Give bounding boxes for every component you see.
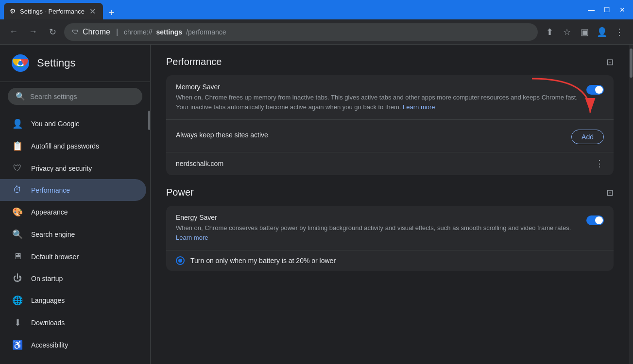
sidebar-item-privacy[interactable]: 🛡 Privacy and security: [0, 157, 146, 179]
share-button[interactable]: ⬆: [542, 24, 557, 40]
on-startup-icon: ⏻: [12, 273, 23, 283]
nav-label-languages: Languages: [31, 297, 65, 304]
memory-saver-title: Memory Saver: [176, 83, 579, 91]
power-title: Power: [166, 187, 194, 198]
toolbar-right: ⬆ ☆ ▣ 👤 ⋮: [542, 24, 627, 40]
memory-saver-learn-more[interactable]: Learn more: [403, 103, 435, 111]
menu-button[interactable]: ⋮: [612, 24, 627, 40]
shield-icon: 🛡: [12, 163, 23, 173]
energy-saver-learn-more[interactable]: Learn more: [176, 234, 208, 241]
battery-radio-label: Turn on only when my battery is at 20% o…: [190, 257, 336, 265]
sidebar-item-on-startup[interactable]: ⏻ On startup: [0, 267, 146, 289]
nav-label-accessibility: Accessibility: [31, 341, 68, 349]
nav-label-autofill: Autofill and passwords: [31, 142, 99, 150]
sidebar: Settings 🔍 👤 You and Google 📋 Autofill a…: [0, 45, 151, 364]
active-tab[interactable]: ⚙ Settings - Performance ✕: [4, 3, 103, 19]
url-divider: |: [116, 28, 118, 36]
energy-saver-row: Energy Saver When on, Chrome conserves b…: [166, 206, 614, 250]
add-site-action: Add: [571, 130, 604, 144]
performance-icon: ⏱: [12, 185, 23, 195]
tab-close-button[interactable]: ✕: [88, 7, 97, 16]
memory-saver-toggle-container: [586, 85, 604, 95]
sidebar-item-languages[interactable]: 🌐 Languages: [0, 289, 146, 312]
appearance-icon: 🎨: [12, 207, 23, 217]
sidebar-item-downloads[interactable]: ⬇ Downloads: [0, 312, 146, 334]
sidebar-item-accessibility[interactable]: ♿ Accessibility: [0, 334, 146, 356]
nav-label-downloads: Downloads: [31, 319, 65, 327]
security-icon: 🛡: [72, 28, 79, 36]
default-browser-icon: 🖥: [12, 251, 23, 262]
url-bar[interactable]: 🛡 Chrome | chrome://settings/performance: [64, 23, 538, 41]
memory-saver-description: When on, Chrome frees up memory from ina…: [176, 93, 579, 112]
nav-section: 👤 You and Google 📋 Autofill and password…: [0, 111, 150, 364]
memory-saver-content: Memory Saver When on, Chrome frees up me…: [176, 83, 579, 112]
accessibility-icon: ♿: [12, 340, 23, 350]
bookmark-button[interactable]: ☆: [559, 24, 575, 40]
reload-button[interactable]: ↻: [45, 24, 60, 40]
energy-saver-description: When on, Chrome conserves battery power …: [176, 223, 579, 242]
profile-button[interactable]: 👤: [594, 24, 610, 40]
search-input[interactable]: [30, 93, 135, 100]
sidebar-item-autofill[interactable]: 📋 Autofill and passwords: [0, 135, 146, 157]
settings-header: Settings: [0, 45, 150, 82]
memory-saver-row: Memory Saver When on, Chrome frees up me…: [166, 75, 614, 120]
always-keep-active-row: Always keep these sites active Add: [166, 120, 614, 152]
sidebar-toggle[interactable]: ▣: [577, 24, 592, 40]
battery-radio-button[interactable]: [176, 256, 185, 265]
energy-saver-content: Energy Saver When on, Chrome conserves b…: [176, 214, 579, 242]
chrome-logo-icon: [12, 54, 29, 72]
address-bar: ← → ↻ 🛡 Chrome | chrome://settings/perfo…: [0, 19, 633, 45]
new-tab-button[interactable]: +: [105, 6, 119, 19]
right-scrollbar[interactable]: [629, 45, 633, 364]
url-scheme: chrome://: [124, 28, 152, 36]
languages-icon: 🌐: [12, 295, 23, 306]
performance-info-button[interactable]: ⊡: [606, 57, 614, 67]
chrome-label: Chrome: [83, 28, 110, 36]
nav-label-default-browser: Default browser: [31, 253, 79, 261]
person-icon: 👤: [12, 118, 23, 129]
url-rest: /performance: [186, 28, 226, 36]
performance-title: Performance: [166, 56, 222, 67]
energy-saver-toggle-container: [586, 215, 604, 225]
site-row-nerdschalk: nerdschalk.com ⋮: [166, 152, 614, 175]
close-button[interactable]: ✕: [616, 3, 629, 17]
scrollbar-thumb[interactable]: [148, 111, 150, 130]
site-name-nerdschalk: nerdschalk.com: [176, 160, 595, 167]
window-controls: — ☐ ✕: [584, 3, 629, 17]
search-icon: 🔍: [16, 92, 25, 101]
minimize-button[interactable]: —: [584, 3, 598, 17]
memory-saver-toggle[interactable]: [586, 85, 604, 95]
power-card: Energy Saver When on, Chrome conserves b…: [166, 206, 614, 271]
nav-label-performance: Performance: [31, 186, 70, 194]
battery-radio-row[interactable]: Turn on only when my battery is at 20% o…: [166, 250, 614, 271]
power-info-button[interactable]: ⊡: [606, 187, 614, 198]
nav-label-on-startup: On startup: [31, 275, 63, 282]
settings-title: Settings: [37, 57, 76, 69]
sidebar-item-search-engine[interactable]: 🔍 Search engine: [0, 223, 146, 246]
power-section-header: Power ⊡: [166, 187, 614, 198]
sidebar-item-default-browser[interactable]: 🖥 Default browser: [0, 246, 146, 267]
sidebar-item-you-and-google[interactable]: 👤 You and Google: [0, 113, 146, 135]
autofill-icon: 📋: [12, 141, 23, 151]
always-keep-active-label: Always keep these sites active: [176, 131, 564, 139]
tab-favicon: ⚙: [10, 7, 16, 15]
url-path: settings: [156, 28, 182, 36]
nav-label-appearance: Appearance: [31, 208, 68, 216]
search-engine-icon: 🔍: [12, 229, 23, 240]
scrollbar-handle[interactable]: [630, 49, 633, 78]
sidebar-item-performance[interactable]: ⏱ Performance: [0, 179, 146, 201]
energy-saver-toggle[interactable]: [586, 215, 604, 225]
add-site-button[interactable]: Add: [571, 130, 604, 144]
back-button[interactable]: ←: [6, 24, 21, 40]
maximize-button[interactable]: ☐: [600, 3, 614, 17]
tab-title: Settings - Performance: [20, 8, 85, 15]
nav-label-you-and-google: You and Google: [31, 120, 80, 128]
downloads-icon: ⬇: [12, 317, 23, 328]
site-options-button[interactable]: ⋮: [595, 158, 604, 169]
energy-saver-title: Energy Saver: [176, 214, 579, 221]
nav-label-search-engine: Search engine: [31, 231, 75, 238]
forward-button[interactable]: →: [25, 24, 41, 40]
sidebar-item-appearance[interactable]: 🎨 Appearance: [0, 201, 146, 223]
search-box[interactable]: 🔍: [8, 88, 142, 105]
performance-card: Memory Saver When on, Chrome frees up me…: [166, 75, 614, 175]
